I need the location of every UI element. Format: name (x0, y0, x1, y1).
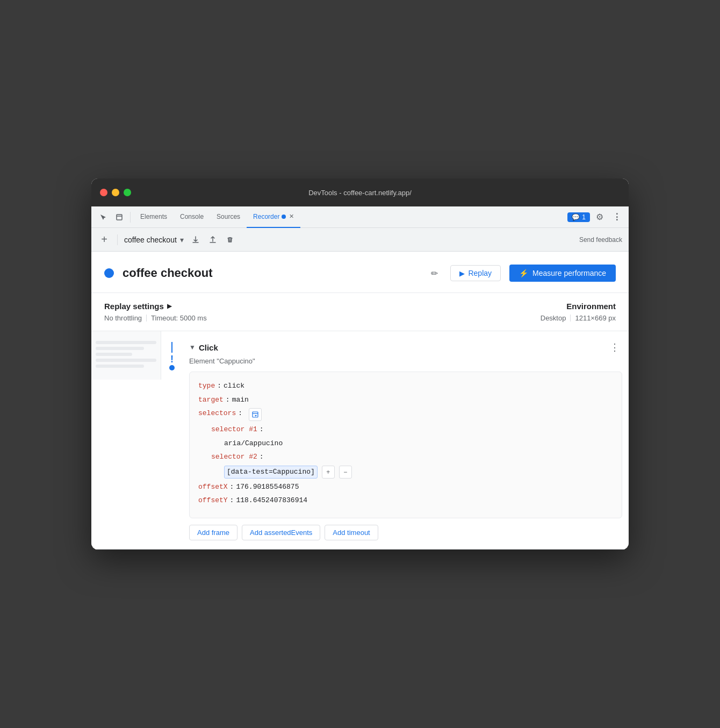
expand-icon[interactable]: ▼ (189, 344, 196, 351)
recorder-active-dot (282, 215, 286, 219)
offsetX-val: 176.90185546875 (236, 482, 299, 493)
selector-inspect-button[interactable] (249, 408, 262, 421)
inspect-icon[interactable] (112, 210, 127, 225)
env-divider (570, 315, 571, 322)
selector2-add-button[interactable]: + (322, 466, 335, 479)
chat-icon: 💬 (572, 213, 580, 221)
more-options-icon[interactable]: ⋮ (609, 210, 624, 225)
step-detail: Element "Cappucino" (189, 357, 622, 365)
replay-settings-label: Replay settings (104, 302, 164, 311)
replay-settings-subtitle: No throttling Timeout: 5000 ms (104, 314, 207, 322)
add-timeout-button[interactable]: Add timeout (325, 525, 378, 540)
tab-recorder[interactable]: Recorder ✕ (247, 206, 300, 228)
chat-count: 1 (582, 213, 586, 221)
resolution-value: 1211×669 px (575, 314, 616, 322)
toolbar-right: 💬 1 ⚙ ⋮ (567, 210, 624, 225)
selector2-val[interactable]: [data-test=Cappucino] (224, 466, 318, 479)
environment-subtitle: Desktop 1211×669 px (541, 314, 616, 322)
replay-settings-right: Environment Desktop 1211×669 px (541, 302, 616, 322)
code-selectors-line: selectors : (198, 408, 613, 421)
selectors-key: selectors (198, 408, 236, 419)
step-options-button[interactable]: ⋮ (607, 340, 622, 355)
recorder-bar: + coffee checkout ▾ (91, 228, 629, 252)
title-bar: DevTools - coffee-cart.netlify.app/ (91, 179, 629, 206)
replay-label: Replay (468, 269, 492, 277)
step-row: ! ▼ Click ⋮ Element "Cappucino" type (91, 331, 629, 549)
step-thumbnail (91, 331, 161, 380)
minimize-button[interactable] (112, 189, 119, 196)
type-key: type (198, 381, 215, 391)
steps-area: ! ▼ Click ⋮ Element "Cappucino" type (91, 331, 629, 549)
thumb-line-5 (96, 365, 144, 368)
action-buttons: Add frame Add assertedEvents Add timeout (189, 525, 622, 540)
toolbar-divider-1 (130, 212, 131, 223)
thumb-line-2 (96, 347, 144, 350)
thumb-line-3 (96, 353, 132, 356)
measure-label: Measure performance (532, 269, 606, 277)
recording-status-dot (104, 268, 114, 278)
selector2-remove-button[interactable]: − (339, 466, 352, 479)
offsetX-key: offsetX (198, 482, 228, 493)
code-selector1-val-line: aria/Cappucino (198, 438, 613, 449)
close-button[interactable] (100, 189, 107, 196)
offsetY-val: 118.6452407836914 (236, 495, 307, 506)
subtitle-divider (146, 315, 147, 322)
recording-selector-dropdown[interactable]: coffee checkout ▾ (124, 235, 184, 244)
recorder-divider (117, 234, 118, 245)
code-offsetY-line: offsetY : 118.6452407836914 (198, 495, 613, 506)
thumbnail-preview (91, 337, 161, 375)
code-selector2-key-line: selector #2 : (198, 452, 613, 462)
code-target-line: target : main (198, 395, 613, 405)
delete-recording-icon[interactable] (222, 232, 237, 247)
type-val: click (224, 381, 244, 391)
svg-rect-1 (253, 412, 258, 417)
export-icon[interactable] (188, 232, 203, 247)
recording-header: coffee checkout ✏ ▶ Replay ⚡ Measure per… (91, 252, 629, 293)
measure-icon: ⚡ (519, 269, 528, 277)
replay-settings-title[interactable]: Replay settings ▶ (104, 302, 207, 311)
window-title: DevTools - coffee-cart.netlify.app/ (308, 189, 412, 197)
selector2-row: [data-test=Cappucino] + − (224, 466, 352, 479)
code-selector2-val-line: [data-test=Cappucino] + − (198, 466, 613, 479)
target-val: main (232, 395, 249, 405)
tab-sources[interactable]: Sources (210, 206, 247, 228)
devtools-toolbar: Elements Console Sources Recorder ✕ 💬 1 … (91, 206, 629, 228)
add-recording-button[interactable]: + (98, 233, 111, 246)
replay-button[interactable]: ▶ Replay (450, 265, 501, 281)
selector1-val: aria/Cappucino (224, 438, 283, 449)
target-key: target (198, 395, 224, 405)
edit-title-button[interactable]: ✏ (427, 266, 442, 281)
offsetY-key: offsetY (198, 495, 228, 506)
step-line (171, 342, 172, 353)
chat-badge[interactable]: 💬 1 (567, 212, 590, 222)
warning-icon: ! (170, 354, 174, 365)
environment-title: Environment (541, 302, 616, 311)
selector2-key: selector #2 (211, 452, 257, 462)
cursor-icon[interactable] (96, 210, 111, 225)
step-connector: ! (161, 331, 183, 370)
code-selector1-key-line: selector #1 : (198, 424, 613, 435)
settings-icon[interactable]: ⚙ (592, 210, 607, 225)
device-value: Desktop (541, 314, 566, 322)
import-icon[interactable] (205, 232, 220, 247)
maximize-button[interactable] (124, 189, 131, 196)
code-offsetX-line: offsetX : 176.90185546875 (198, 482, 613, 493)
add-frame-button[interactable]: Add frame (189, 525, 237, 540)
selected-recording-name: coffee checkout (124, 235, 177, 244)
recorder-tab-label: Recorder (253, 213, 279, 220)
step-dot (169, 365, 175, 370)
recorder-close-icon[interactable]: ✕ (289, 213, 294, 220)
devtools-window: DevTools - coffee-cart.netlify.app/ Elem… (91, 179, 629, 549)
selector1-key: selector #1 (211, 424, 257, 435)
tab-elements[interactable]: Elements (134, 206, 174, 228)
toolbar-tabs: Elements Console Sources Recorder ✕ (134, 206, 566, 228)
send-feedback-link[interactable]: Send feedback (579, 236, 622, 244)
add-asserted-events-button[interactable]: Add assertedEvents (242, 525, 320, 540)
main-content: coffee checkout ✏ ▶ Replay ⚡ Measure per… (91, 252, 629, 549)
svg-rect-0 (117, 215, 122, 220)
code-type-line: type : click (198, 381, 613, 391)
measure-performance-button[interactable]: ⚡ Measure performance (509, 265, 616, 282)
tab-console[interactable]: Console (174, 206, 210, 228)
recording-actions (188, 232, 237, 247)
traffic-lights (100, 189, 131, 196)
